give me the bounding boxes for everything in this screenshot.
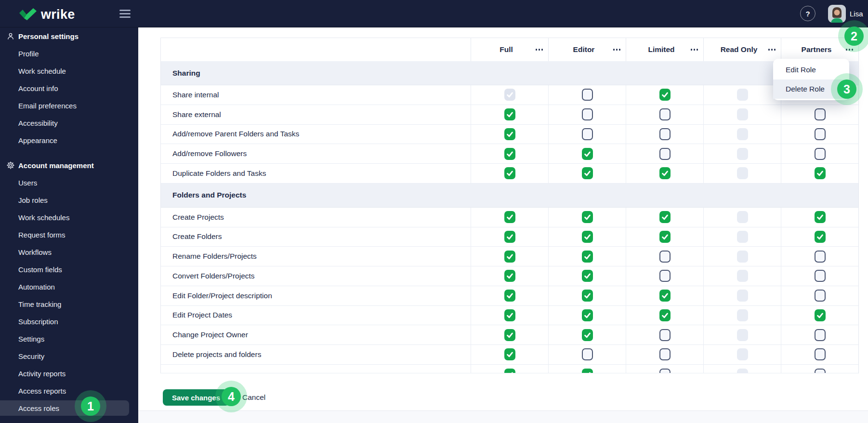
column-menu-ellipsis-icon[interactable] [691, 49, 698, 51]
permission-checkbox-unchecked[interactable] [659, 369, 671, 373]
permission-checkbox-checked[interactable] [504, 231, 515, 243]
permission-checkbox-checked[interactable] [504, 270, 515, 282]
sidebar-item-work-schedules[interactable]: Work schedules [0, 209, 138, 226]
permission-checkbox-checked[interactable] [504, 329, 515, 341]
permission-checkbox-unchecked[interactable] [582, 108, 593, 120]
sidebar-item-work-schedule[interactable]: Work schedule [0, 62, 138, 79]
permission-checkbox-checked[interactable] [504, 309, 515, 321]
permission-checkbox-checked[interactable] [504, 348, 515, 360]
permission-checkbox-unchecked[interactable] [659, 251, 671, 263]
permission-checkbox-unchecked[interactable] [815, 108, 826, 120]
permission-checkbox-unchecked[interactable] [582, 348, 593, 360]
sidebar-item-subscription[interactable]: Subscription [0, 313, 138, 330]
permission-checkbox-checked[interactable] [659, 89, 671, 101]
permission-checkbox-checked[interactable] [582, 369, 593, 373]
permission-checkbox-checked[interactable] [504, 290, 515, 302]
sidebar-item-workflows[interactable]: Workflows [0, 243, 138, 261]
permission-checkbox-checked[interactable] [815, 309, 826, 321]
sidebar-header-personal-settings[interactable]: Personal settings [0, 27, 138, 45]
permission-checkbox-disabled [737, 89, 748, 101]
permission-checkbox-checked[interactable] [582, 167, 593, 179]
sidebar-item-label: Custom fields [18, 265, 62, 274]
save-changes-button[interactable]: Save changes [163, 389, 229, 406]
permission-checkbox-checked[interactable] [582, 270, 593, 282]
wrike-logo[interactable]: wrike [18, 7, 75, 22]
permission-row-rename-folders-projects: Rename Folders/Projects [161, 247, 858, 266]
permission-checkbox-checked[interactable] [659, 167, 671, 179]
permission-checkbox-checked[interactable] [659, 290, 671, 302]
permission-checkbox-unchecked[interactable] [659, 148, 671, 160]
sidebar-item-users[interactable]: Users [0, 174, 138, 191]
permission-checkbox-unchecked[interactable] [659, 108, 671, 120]
permission-checkbox-checked[interactable] [504, 369, 515, 373]
permission-checkbox-unchecked[interactable] [659, 270, 671, 282]
permission-checkbox-checked[interactable] [582, 290, 593, 302]
help-icon[interactable]: ? [800, 6, 815, 21]
column-menu-ellipsis-icon[interactable] [846, 49, 854, 51]
sidebar-item-email-preferences[interactable]: Email preferences [0, 97, 138, 114]
permission-checkbox-checked[interactable] [582, 309, 593, 321]
permission-cell [626, 125, 703, 144]
permission-checkbox-unchecked[interactable] [659, 329, 671, 341]
column-menu-ellipsis-icon[interactable] [613, 49, 621, 51]
permission-checkbox-unchecked[interactable] [582, 128, 593, 140]
sidebar-item-appearance[interactable]: Appearance [0, 132, 138, 149]
permission-checkbox-checked[interactable] [582, 231, 593, 243]
sidebar-item-account-info[interactable]: Account info [0, 79, 138, 97]
permission-checkbox-unchecked[interactable] [815, 270, 826, 282]
sidebar-item-accessibility[interactable]: Accessibility [0, 114, 138, 132]
sidebar-item-job-roles[interactable]: Job roles [0, 191, 138, 209]
permission-checkbox-unchecked[interactable] [815, 290, 826, 302]
sidebar-item-activity-reports[interactable]: Activity reports [0, 365, 138, 382]
permission-checkbox-checked[interactable] [504, 167, 515, 179]
permission-checkbox-unchecked[interactable] [815, 251, 826, 263]
permission-checkbox-checked[interactable] [504, 128, 515, 140]
permission-checkbox-checked[interactable] [582, 251, 593, 263]
sidebar-item-settings[interactable]: Settings [0, 330, 138, 347]
permission-cell [626, 286, 703, 305]
hamburger-menu-icon[interactable] [119, 10, 131, 18]
permission-checkbox-unchecked[interactable] [815, 128, 826, 140]
permission-checkbox-checked[interactable] [504, 108, 515, 120]
user-avatar[interactable] [828, 5, 846, 23]
sidebar-item-profile[interactable]: Profile [0, 45, 138, 62]
permission-cell [781, 227, 858, 247]
column-menu-ellipsis-icon[interactable] [768, 49, 776, 51]
menu-item-edit-role[interactable]: Edit Role [773, 60, 849, 79]
permission-checkbox-unchecked[interactable] [815, 348, 826, 360]
sidebar-item-security[interactable]: Security [0, 347, 138, 365]
sidebar-item-time-tracking[interactable]: Time tracking [0, 295, 138, 313]
permission-cell [703, 325, 781, 344]
permission-checkbox-unchecked[interactable] [582, 89, 593, 101]
permission-checkbox-unchecked[interactable] [815, 148, 826, 160]
permission-checkbox-checked[interactable] [659, 231, 671, 243]
permission-checkbox-checked[interactable] [582, 329, 593, 341]
permission-checkbox-unchecked[interactable] [659, 128, 671, 140]
permission-checkbox-checked[interactable] [815, 231, 826, 243]
sidebar-item-access-reports[interactable]: Access reports [0, 382, 138, 399]
sidebar-item-user-types[interactable]: User types [0, 417, 138, 423]
permission-checkbox-checked[interactable] [659, 309, 671, 321]
permission-checkbox-checked[interactable] [504, 251, 515, 263]
sidebar-item-automation[interactable]: Automation [0, 278, 138, 295]
permission-checkbox-checked[interactable] [659, 211, 671, 223]
permission-checkbox-disabled [737, 270, 748, 282]
cancel-button[interactable]: Cancel [242, 389, 265, 406]
permission-checkbox-checked[interactable] [582, 148, 593, 160]
sidebar-header-account-management[interactable]: Account management [0, 157, 138, 174]
permission-checkbox-unchecked[interactable] [659, 348, 671, 360]
table-section-folders-and-projects: Folders and Projects [161, 184, 858, 208]
permission-cell [548, 164, 626, 183]
sidebar-item-request-forms[interactable]: Request forms [0, 226, 138, 243]
permission-checkbox-checked[interactable] [504, 211, 515, 223]
permission-checkbox-checked[interactable] [815, 211, 826, 223]
permission-checkbox-checked[interactable] [504, 148, 515, 160]
sidebar-item-access-roles[interactable]: Access roles [0, 400, 129, 416]
permission-checkbox-checked[interactable] [815, 167, 826, 179]
permission-cell [471, 105, 548, 124]
sidebar-item-custom-fields[interactable]: Custom fields [0, 261, 138, 278]
permission-checkbox-unchecked[interactable] [815, 329, 826, 341]
permission-checkbox-checked[interactable] [582, 211, 593, 223]
permission-checkbox-unchecked[interactable] [815, 369, 826, 373]
column-menu-ellipsis-icon[interactable] [536, 49, 543, 51]
